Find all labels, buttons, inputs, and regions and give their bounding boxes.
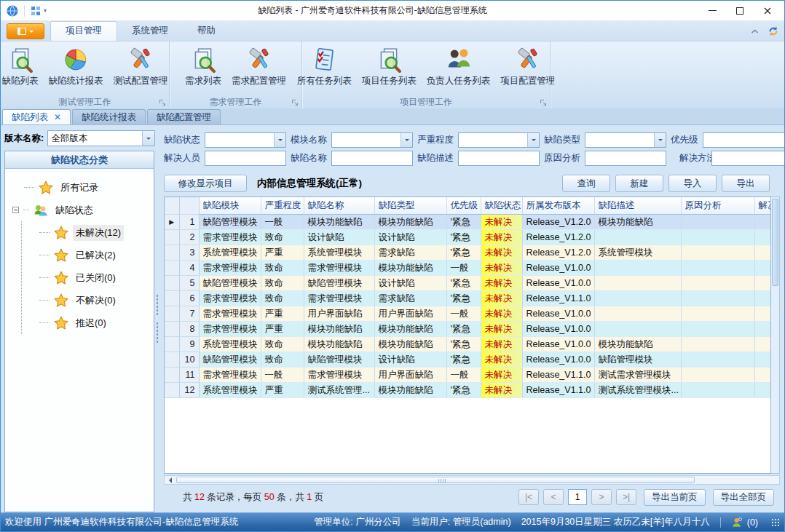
combo-dropdown-icon[interactable] <box>274 133 285 147</box>
resize-grip-icon[interactable] <box>771 518 780 527</box>
grid-row[interactable]: ▶1缺陷管理模块一般模块功能缺陷模块功能缺陷'紧急未解决Release_V1.2… <box>165 215 771 230</box>
next-page-button[interactable]: > <box>591 489 612 505</box>
horizontal-scrollbar[interactable] <box>164 475 780 485</box>
tree-item-postponed[interactable]: 推迟(0) <box>39 311 151 334</box>
defect-type-combobox[interactable] <box>585 132 666 148</box>
modify-columns-button[interactable]: 修改显示项目 <box>164 175 247 192</box>
tree-item-wontfix[interactable]: 不解决(0) <box>39 289 151 311</box>
col-header[interactable]: 缺陷名称 <box>304 197 374 215</box>
row-selector-cell[interactable] <box>165 261 179 276</box>
combo-dropdown-icon[interactable] <box>654 133 666 147</box>
tab-defect-report[interactable]: 缺陷统计报表 <box>72 109 146 124</box>
close-tab-icon[interactable]: ✕ <box>54 112 61 122</box>
col-header[interactable]: 缺陷模块 <box>199 197 261 215</box>
all-tasks-button[interactable]: 所有任务列表 <box>292 45 357 89</box>
last-page-button[interactable]: >| <box>616 489 636 505</box>
combo-dropdown-icon[interactable] <box>142 131 154 146</box>
row-selector-cell[interactable] <box>165 352 179 368</box>
about-icon[interactable] <box>767 25 780 38</box>
col-header[interactable]: 所属发布版本 <box>522 197 594 215</box>
row-selector-cell[interactable] <box>165 230 179 245</box>
tab-defect-config[interactable]: 缺陷配置管理 <box>147 109 221 124</box>
tree-item-closed[interactable]: 已关闭(0) <box>39 266 151 289</box>
combo-dropdown-icon[interactable] <box>527 133 539 147</box>
prev-page-button[interactable]: < <box>543 489 564 505</box>
ribbon-tab-help[interactable]: 帮助 <box>183 22 230 41</box>
project-tasks-button[interactable]: 项目任务列表 <box>357 45 422 89</box>
tab-defect-list[interactable]: 缺陷列表 ✕ <box>2 109 71 124</box>
collapse-ribbon-icon[interactable] <box>750 28 760 35</box>
solution-input[interactable] <box>711 151 785 166</box>
col-header[interactable]: 原因分析 <box>681 197 754 215</box>
project-config-button[interactable]: 项目配置管理 <box>495 45 560 89</box>
tree-item-unresolved[interactable]: 未解决(12) <box>39 221 151 244</box>
tree-item-defect-status[interactable]: 缺陷状态 <box>12 199 151 221</box>
resolver-input[interactable] <box>205 151 286 166</box>
grid-row[interactable]: 3系统管理模块严重系统管理模块需求缺陷'紧急未解决Release_V1.2.0系… <box>165 245 771 261</box>
tree-item-resolved[interactable]: 已解决(2) <box>39 244 151 266</box>
query-button[interactable]: 查询 <box>562 175 610 192</box>
grid-row[interactable]: 12系统管理模块严重测试系统管理...模块功能缺陷'紧急未解决Release_V… <box>165 383 771 398</box>
requirement-config-button[interactable]: 需求配置管理 <box>226 45 291 89</box>
grid-row[interactable]: 7需求管理模块严重用户界面缺陷用户界面缺陷一般未解决Release_V1.0.0 <box>165 306 771 322</box>
grid-row[interactable]: 4需求管理模块致命需求管理模块模块功能缺陷一般未解决Release_V1.0.0 <box>165 261 771 276</box>
scrollbar-thumb[interactable] <box>176 477 695 483</box>
dialog-launcher-icon[interactable] <box>540 99 547 106</box>
scrollbar-thumb[interactable] <box>772 199 778 286</box>
close-button[interactable] <box>754 2 781 20</box>
tree-item-all-records[interactable]: 所有记录 <box>12 176 151 199</box>
vertical-scrollbar[interactable] <box>771 196 780 474</box>
severity-combobox[interactable] <box>458 132 540 148</box>
col-header[interactable]: 解决方法 <box>754 197 771 215</box>
col-header[interactable]: 缺陷描述 <box>594 197 681 215</box>
module-name-combobox[interactable] <box>331 132 413 148</box>
row-selector-cell[interactable] <box>165 306 179 322</box>
row-selector-cell[interactable] <box>165 368 179 383</box>
requirement-list-button[interactable]: 需求列表 <box>180 45 226 89</box>
export-current-page-button[interactable]: 导出当前页 <box>644 489 706 506</box>
import-button[interactable]: 导入 <box>668 175 717 192</box>
row-selector-cell[interactable] <box>165 322 179 337</box>
test-config-button[interactable]: 测试配置管理 <box>109 45 173 89</box>
page-number-input[interactable]: 1 <box>568 489 587 505</box>
col-header[interactable]: 缺陷类型 <box>374 197 446 215</box>
dialog-launcher-icon[interactable] <box>291 99 299 106</box>
owner-tasks-button[interactable]: 负责人任务列表 <box>422 45 496 89</box>
ribbon-tab-project[interactable]: 项目管理 <box>50 21 117 41</box>
row-selector-cell[interactable]: ▶ <box>165 215 179 230</box>
ribbon-tab-system[interactable]: 系统管理 <box>117 22 183 41</box>
row-selector-cell[interactable] <box>165 337 179 352</box>
defect-report-button[interactable]: 缺陷统计报表 <box>44 45 109 89</box>
grid-row[interactable]: 11需求管理模块一般需求管理模块用户界面缺陷一般未解决Release_V1.1.… <box>165 368 771 383</box>
export-button[interactable]: 导出 <box>722 175 770 192</box>
online-users-icon[interactable] <box>731 517 743 528</box>
first-page-button[interactable]: |< <box>518 489 539 505</box>
col-header[interactable]: 缺陷状态 <box>481 197 522 215</box>
col-header[interactable]: 严重程度 <box>261 197 304 215</box>
row-selector-cell[interactable] <box>165 245 179 261</box>
maximize-button[interactable] <box>726 2 754 20</box>
grid-row[interactable]: 9系统管理模块致命模块功能缺陷模块功能缺陷'紧急未解决Release_V1.0.… <box>165 337 771 352</box>
grid-row[interactable]: 5缺陷管理模块致命缺陷管理模块设计缺陷'紧急未解决Release_V1.0.0 <box>165 276 771 291</box>
combo-dropdown-icon[interactable] <box>401 133 412 147</box>
defect-status-combobox[interactable] <box>205 132 286 148</box>
row-selector-cell[interactable] <box>165 276 179 291</box>
export-all-pages-button[interactable]: 导出全部页 <box>713 489 775 506</box>
application-menu-button[interactable] <box>7 23 44 39</box>
row-selector-cell[interactable] <box>165 291 179 306</box>
grid-row[interactable]: 6需求管理模块致命需求管理模块需求缺陷'紧急未解决Release_V1.1.0 <box>165 291 771 306</box>
col-header[interactable]: 优先级 <box>446 197 481 215</box>
row-selector-cell[interactable] <box>165 383 179 398</box>
defect-list-button[interactable]: 缺陷列表 <box>0 45 44 89</box>
version-combobox[interactable]: 全部版本 <box>47 130 155 146</box>
defect-desc-input[interactable] <box>458 151 540 166</box>
grid-row[interactable]: 8需求管理模块严重模块功能缺陷模块功能缺陷'紧急未解决Release_V1.0.… <box>165 322 771 337</box>
priority-combobox[interactable] <box>703 132 785 148</box>
cause-input[interactable] <box>585 151 666 166</box>
new-button[interactable]: 新建 <box>615 175 663 192</box>
dialog-launcher-icon[interactable] <box>159 99 166 106</box>
quick-access-icon[interactable] <box>30 5 42 17</box>
grid-row[interactable]: 2需求管理模块致命设计缺陷设计缺陷'紧急未解决Release_V1.2.0 <box>165 230 771 245</box>
defect-name-input[interactable] <box>331 151 413 166</box>
collapse-node-icon[interactable] <box>12 207 19 213</box>
